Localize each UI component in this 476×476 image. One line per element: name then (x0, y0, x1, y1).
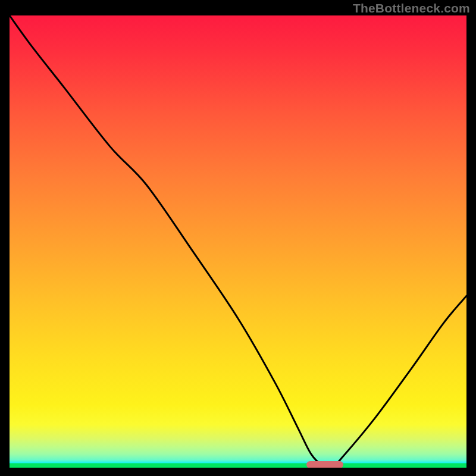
chart-container: TheBottleneck.com (0, 0, 476, 476)
minimum-marker (306, 461, 343, 468)
plot-area (10, 15, 466, 468)
watermark-text: TheBottleneck.com (353, 1, 470, 15)
curve-path (10, 15, 466, 466)
bottleneck-curve (10, 15, 466, 468)
